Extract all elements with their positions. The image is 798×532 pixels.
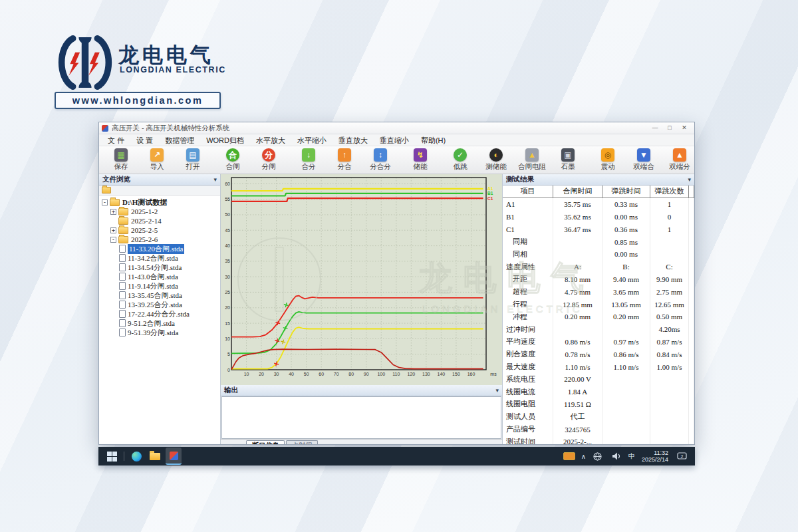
- folder-icon[interactable]: [102, 187, 111, 194]
- results-cell: 2025-2-...: [553, 436, 602, 444]
- waveform-chart[interactable]: 0510152025303540455055601020304050607080…: [221, 174, 502, 385]
- import-icon: ↗: [150, 148, 164, 162]
- tree-row[interactable]: 2025-2-14: [99, 216, 220, 225]
- toolbar-button-label: 储能: [414, 162, 428, 172]
- close-open-button[interactable]: ↓合分: [291, 148, 327, 173]
- results-cell: [689, 373, 694, 386]
- tree-row[interactable]: 11-9.14分闸.stda: [99, 281, 220, 291]
- results-row: 产品编号3245765: [503, 423, 694, 436]
- results-row-label: A1: [503, 198, 553, 211]
- menu-item[interactable]: 帮助(H): [415, 135, 452, 146]
- tree-row[interactable]: 13-39.25合分.stda: [99, 300, 220, 309]
- dual-close-icon: ▼: [637, 148, 650, 162]
- closing-resistor-button[interactable]: ▲合闸电阻: [514, 148, 550, 173]
- bottom-tab[interactable]: 点时间: [286, 440, 318, 444]
- tree-row[interactable]: 11-33.20合闸.stda: [99, 244, 220, 253]
- results-cell: 12.65 mm: [650, 298, 689, 311]
- collapse-toggle-icon[interactable]: -: [110, 237, 116, 243]
- results-cell: C:: [650, 261, 689, 273]
- energy-storage-icon: ↯: [414, 148, 427, 162]
- tree-row[interactable]: 11-43.0合闸.stda: [99, 272, 220, 281]
- energy-storage-button[interactable]: ↯储能: [402, 148, 438, 173]
- open-button[interactable]: ▤打开: [175, 148, 211, 173]
- results-cell: [689, 235, 694, 248]
- open-switch-button[interactable]: 分分闸: [251, 148, 287, 173]
- results-cell: [689, 336, 694, 348]
- results-row: A135.75 ms0.33 ms1: [503, 198, 694, 211]
- start-button[interactable]: [104, 448, 120, 464]
- chevron-down-icon[interactable]: ▾: [688, 176, 691, 183]
- dual-open-button[interactable]: ▲双端分: [662, 148, 698, 173]
- tree-row[interactable]: +2025-1-2: [99, 207, 220, 216]
- open-close-open-button[interactable]: ↕分合分: [362, 148, 398, 173]
- close-switch-button[interactable]: 合合闸: [215, 148, 251, 173]
- network-icon[interactable]: [590, 448, 606, 464]
- y-tick-label: 60: [225, 182, 230, 186]
- expand-toggle-icon[interactable]: +: [110, 209, 116, 215]
- menu-item[interactable]: WORD归档: [200, 135, 250, 146]
- tab-nav-arrow[interactable]: ▶|: [241, 444, 244, 444]
- menu-item[interactable]: 设 置: [130, 135, 159, 146]
- results-cell: 0.33 ms: [602, 198, 650, 211]
- edge-browser-icon[interactable]: [128, 448, 144, 464]
- vibration-button[interactable]: ◎震动: [590, 148, 626, 173]
- save-button[interactable]: ▦保存: [103, 148, 139, 173]
- analyzer-app-icon[interactable]: [166, 448, 182, 465]
- minimize-button[interactable]: —: [648, 123, 662, 133]
- results-row: 线圈电阻119.51 Ω: [503, 398, 694, 411]
- bottom-tab[interactable]: 断口信息: [246, 440, 285, 444]
- bottom-tab-strip: |◀◀▶▶| 断口信息点时间: [221, 439, 502, 444]
- file-explorer-icon[interactable]: [147, 448, 163, 464]
- x-tick-label: 110: [392, 372, 400, 376]
- notification-center-icon[interactable]: 2: [674, 448, 690, 464]
- menu-item[interactable]: 水平缩小: [291, 135, 332, 146]
- tree-row[interactable]: 11-34.54分闸.stda: [99, 263, 220, 272]
- menu-item[interactable]: 文 件: [102, 135, 130, 146]
- chevron-down-icon[interactable]: ▾: [213, 176, 217, 183]
- window-title: 高压开关 - 高压开关机械特性分析系统: [112, 124, 648, 133]
- menu-item[interactable]: 垂直缩小: [374, 135, 415, 146]
- tree-row[interactable]: -2025-2-6: [99, 235, 220, 244]
- toolbar-button-label: 保存: [114, 162, 128, 172]
- results-row-label: 速度属性: [503, 261, 553, 273]
- results-cell: B:: [602, 261, 650, 273]
- tree-row[interactable]: 11-34.2合闸.stda: [99, 253, 220, 263]
- tray-app-icon[interactable]: [561, 448, 577, 464]
- tab-nav-arrow[interactable]: ▶: [235, 444, 238, 444]
- toolbar-button-label: 分闸: [262, 162, 276, 172]
- tree-row[interactable]: -D:\H测试数据: [99, 198, 220, 207]
- tree-row[interactable]: 9-51.39分闸.stda: [99, 328, 220, 337]
- chevron-down-icon[interactable]: ▾: [495, 387, 499, 394]
- measure-energy-button[interactable]: ◐测储能: [478, 148, 514, 173]
- tray-chevron-icon[interactable]: ∧: [581, 453, 586, 460]
- tree-row[interactable]: 9-51.2合闸.stda: [99, 319, 220, 328]
- graphite-button[interactable]: ▣石墨: [550, 148, 586, 173]
- menu-item[interactable]: 垂直放大: [332, 135, 374, 146]
- file-icon: [119, 329, 126, 336]
- volume-icon[interactable]: [608, 448, 624, 464]
- menu-item[interactable]: 数据管理: [159, 135, 200, 146]
- tab-nav-arrow[interactable]: |◀: [224, 444, 227, 444]
- tree-file-label: 9-51.39分闸.stda: [128, 328, 178, 338]
- results-cell: [602, 398, 650, 411]
- tree-row[interactable]: 13-35.45合闸.stda: [99, 291, 220, 300]
- tree-row[interactable]: +2025-2-5: [99, 225, 220, 235]
- expand-toggle-icon[interactable]: +: [110, 227, 116, 233]
- low-trip-button[interactable]: ✓低跳: [442, 148, 478, 173]
- close-button[interactable]: ✕: [677, 123, 692, 133]
- results-cell: A:: [553, 261, 602, 273]
- collapse-toggle-icon[interactable]: -: [102, 200, 108, 205]
- tree-file-label: 11-34.2合闸.stda: [128, 253, 178, 263]
- tree-row[interactable]: 17-22.44分合分.stda: [99, 309, 220, 319]
- tab-nav-arrow[interactable]: ◀: [230, 444, 233, 444]
- input-method-indicator[interactable]: 中: [628, 452, 635, 461]
- import-button[interactable]: ↗导入: [139, 148, 175, 173]
- results-cell: 0.20 mm: [553, 311, 602, 323]
- open-close-button[interactable]: ↑分合: [327, 148, 362, 173]
- dual-close-button[interactable]: ▼双端合: [626, 148, 662, 173]
- menu-item[interactable]: 水平放大: [250, 135, 291, 146]
- maximize-button[interactable]: □: [662, 123, 677, 133]
- taskbar-clock[interactable]: 11:32 2025/2/14: [642, 450, 668, 463]
- results-cell: 0.50 mm: [650, 311, 689, 323]
- x-tick-label: 100: [377, 372, 385, 376]
